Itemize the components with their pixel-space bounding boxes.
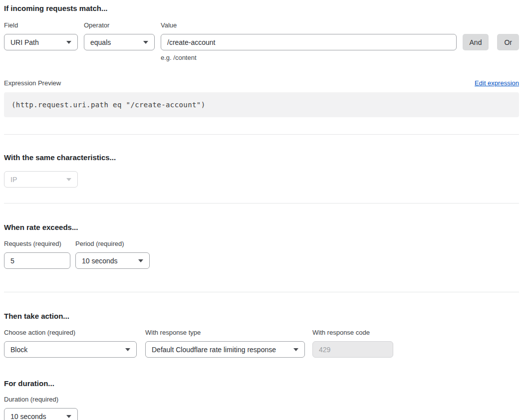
section-divider xyxy=(4,292,519,292)
choose-action-label: Choose action (required) xyxy=(4,329,137,337)
edit-expression-link[interactable]: Edit expression xyxy=(475,79,519,87)
section-divider xyxy=(4,134,519,135)
chevron-down-icon xyxy=(66,415,71,418)
rate-fields-row: Requests (required) Period (required) 10… xyxy=(4,240,519,269)
duration-select-value: 10 seconds xyxy=(10,413,46,420)
chevron-down-icon xyxy=(138,259,143,262)
duration-label: Duration (required) xyxy=(4,396,78,404)
operator-select-value: equals xyxy=(90,38,111,46)
match-section-heading: If incoming requests match... xyxy=(4,4,519,13)
response-type-select[interactable]: Default Cloudflare rate limiting respons… xyxy=(145,341,305,358)
characteristic-select[interactable]: IP xyxy=(4,171,78,188)
response-code-input xyxy=(312,341,393,358)
choose-action-select[interactable]: Block xyxy=(4,341,137,358)
characteristic-select-value: IP xyxy=(10,176,17,184)
value-helper-text: e.g. /content xyxy=(161,54,457,61)
chevron-down-icon xyxy=(66,178,71,181)
section-divider xyxy=(4,203,519,204)
response-type-label: With response type xyxy=(145,329,305,337)
operator-select[interactable]: equals xyxy=(84,34,155,50)
chevron-down-icon xyxy=(143,41,148,44)
choose-action-select-value: Block xyxy=(10,346,27,354)
value-label: Value xyxy=(161,21,457,29)
action-fields-row: Choose action (required) Block With resp… xyxy=(4,329,519,358)
period-select[interactable]: 10 seconds xyxy=(75,252,150,269)
response-code-label: With response code xyxy=(312,329,393,337)
operator-label: Operator xyxy=(84,21,155,29)
value-input[interactable] xyxy=(161,34,457,50)
or-button[interactable]: Or xyxy=(497,34,519,50)
field-label: Field xyxy=(4,21,78,29)
period-select-value: 10 seconds xyxy=(82,257,118,265)
expression-preview-box: (http.request.uri.path eq "/create-accou… xyxy=(4,92,519,117)
rate-section-heading: When rate exceeds... xyxy=(4,223,519,232)
duration-section-heading: For duration... xyxy=(4,379,519,388)
chevron-down-icon xyxy=(125,348,130,351)
and-button[interactable]: And xyxy=(463,34,489,50)
action-section-heading: Then take action... xyxy=(4,312,519,321)
duration-select[interactable]: 10 seconds xyxy=(4,408,78,420)
requests-input[interactable] xyxy=(4,252,70,269)
match-fields-row: Field URI Path Operator equals Value e.g… xyxy=(4,21,519,61)
period-label: Period (required) xyxy=(75,240,150,248)
response-type-select-value: Default Cloudflare rate limiting respons… xyxy=(152,346,276,354)
expression-preview-label: Expression Preview xyxy=(4,79,61,87)
chevron-down-icon xyxy=(66,41,71,44)
field-select-value: URI Path xyxy=(10,38,39,46)
expression-preview-header: Expression Preview Edit expression xyxy=(4,79,519,87)
chevron-down-icon xyxy=(293,348,298,351)
characteristics-section-heading: With the same characteristics... xyxy=(4,153,519,162)
field-select[interactable]: URI Path xyxy=(4,34,78,50)
requests-label: Requests (required) xyxy=(4,240,70,248)
